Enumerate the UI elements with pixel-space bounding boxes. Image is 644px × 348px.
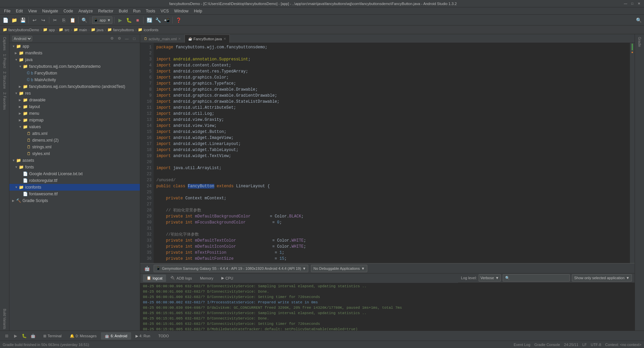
log-tab-logcat[interactable]: 📋 logcat	[143, 275, 166, 282]
menu-analyze[interactable]: Analyze	[76, 8, 96, 14]
tree-item-java[interactable]: ▼ 📁 java	[9, 56, 140, 63]
sidebar-expand-btn[interactable]: □	[131, 36, 137, 42]
menu-navigate[interactable]: Navigate	[40, 8, 61, 14]
show-only-btn[interactable]: Show only selected application ▼	[572, 274, 632, 282]
tree-item-layout[interactable]: ▶ 📁 layout	[9, 103, 140, 110]
menu-refactor[interactable]: Refactor	[96, 8, 116, 14]
tree-item-fonts[interactable]: ▼ 📁 fonts	[9, 164, 140, 170]
sidebar-sync-btn[interactable]: ⚙	[109, 36, 115, 42]
tree-item-fancybutton[interactable]: © b FancyButton	[9, 70, 140, 77]
toolbar-undo-btn[interactable]: ↩	[31, 16, 39, 24]
tree-item-pkg-main[interactable]: ▼ 📁 fancybuttons.wjj.com.fancybuttonsdem…	[9, 63, 140, 70]
tree-item-assets[interactable]: ▼ 📁 assets	[9, 157, 140, 164]
right-icon-gradle[interactable]: Gradle	[637, 36, 642, 48]
bottom-tab-todo[interactable]: TODO	[155, 332, 173, 340]
tree-item-roboto[interactable]: 📄 robotoregular.ttf	[9, 177, 140, 184]
tree-item-mainactivity[interactable]: © b MainActivity	[9, 77, 140, 83]
close-button[interactable]: ✕	[637, 1, 641, 6]
nav-java[interactable]: 📁 java	[91, 28, 103, 32]
log-tab-memory[interactable]: Memory	[196, 275, 217, 282]
toolbar-redo-btn[interactable]: ↪	[39, 16, 47, 24]
toolbar-run-btn[interactable]: ▶	[116, 16, 124, 24]
toolbar-gradle-sync-btn[interactable]: 🔄	[145, 16, 153, 24]
tree-item-manifests[interactable]: ▶ 📁 manifests	[9, 50, 140, 56]
menu-run[interactable]: Run	[130, 8, 143, 14]
tab-activity-main-close[interactable]: ✕	[178, 37, 181, 41]
sidebar-collapse-btn[interactable]: —	[124, 36, 130, 42]
left-icon-favorites[interactable]: 2: Favorites	[2, 91, 7, 111]
toolbar-open-btn[interactable]: 📁	[10, 16, 18, 24]
tree-item-fontawesome[interactable]: 📄 fontawesome.ttf	[9, 191, 140, 197]
tree-item-strings[interactable]: 🗒 strings.xml	[9, 144, 140, 150]
menu-build[interactable]: Build	[116, 8, 130, 14]
tree-item-mipmap[interactable]: ▶ 📁 mipmap	[9, 117, 140, 123]
tab-fancybutton[interactable]: ☕ FancyButton.java ✕	[184, 35, 230, 43]
tree-item-menu[interactable]: ▶ 📁 menu	[9, 110, 140, 117]
log-tab-adb[interactable]: 🔌 ADB logs	[167, 275, 196, 282]
left-icon-build-variants[interactable]: Build Variants	[2, 307, 7, 331]
tree-item-dimens[interactable]: 🗒 dimens.xml (2)	[9, 137, 140, 144]
nav-main[interactable]: 📁 main	[73, 28, 87, 32]
toolbar-save-btn[interactable]: 💾	[19, 16, 27, 24]
toolbar-find-action-btn[interactable]: 🔍	[635, 16, 643, 24]
menu-help[interactable]: Help	[191, 8, 205, 14]
toolbar-app-dropdown[interactable]: 📱 app ▼	[92, 16, 112, 24]
sidebar-gear-btn[interactable]: ⚙	[116, 36, 122, 42]
bottom-tab-android[interactable]: 🤖 6: Android	[101, 332, 131, 340]
bottom-tab-run[interactable]: ▶ 4: Run	[132, 332, 154, 340]
left-icon-project[interactable]: 1: Project	[2, 53, 7, 69]
tree-item-styles[interactable]: 🗒 styles.xml	[9, 150, 140, 157]
tree-item-iconfonts[interactable]: ▼ 📁 iconfonts	[9, 184, 140, 191]
tab-fancybutton-close[interactable]: ✕	[223, 37, 226, 41]
code-content[interactable]: package fancybuttons.wjj.com.fancybutton…	[154, 43, 630, 263]
code-editor[interactable]: 12345 678910 1112131415 1617181920 21222…	[140, 43, 635, 263]
tree-item-drawable[interactable]: ▶ 📁 drawable	[9, 97, 140, 103]
toolbar-debug-btn[interactable]: 🐛	[125, 16, 133, 24]
bottom-tab-messages[interactable]: 🔔 0: Messages	[66, 332, 100, 340]
nav-src[interactable]: 📁 src	[59, 28, 69, 32]
menu-vcs[interactable]: VCS	[158, 8, 172, 14]
log-tab-cpu[interactable]: ▶ CPU	[218, 275, 237, 282]
debug-selector[interactable]: No Debuggable Applications ▼	[311, 265, 367, 272]
nav-app[interactable]: 📁 app	[43, 28, 55, 32]
log-search-box[interactable]	[503, 274, 570, 282]
tree-item-app[interactable]: ▼ 📁 app	[9, 43, 140, 50]
nav-fancybuttons[interactable]: 📁 fancybuttons	[107, 28, 134, 32]
android-view-select[interactable]: Android	[12, 36, 32, 41]
android-icon-btn[interactable]: 🤖	[143, 264, 151, 272]
tree-item-gradle[interactable]: ▶ 🔨 Gradle Scripts	[9, 197, 140, 204]
bottom-icon-terminal[interactable]: ⊞	[3, 332, 11, 340]
menu-code[interactable]: Code	[61, 8, 76, 14]
nav-iconfonts[interactable]: 📁 iconfonts	[138, 28, 158, 32]
menu-edit[interactable]: Edit	[13, 8, 25, 14]
minimize-button[interactable]: —	[623, 1, 628, 6]
toolbar-stop-btn[interactable]: ■	[133, 16, 142, 24]
bottom-icon-run[interactable]: ▶	[11, 332, 19, 340]
bottom-icon-debug[interactable]: 🐛	[20, 332, 28, 340]
tab-activity-main[interactable]: 🗒 activity_main.xml ✕	[140, 35, 184, 43]
toolbar-help-btn[interactable]: ❓	[174, 16, 182, 24]
toolbar-sdk-btn[interactable]: 🔧	[154, 16, 162, 24]
menu-tools[interactable]: Tools	[143, 8, 158, 14]
tree-item-pkg-test[interactable]: ▶ 📁 fancybuttons.wjj.com.fancybuttonsdem…	[9, 83, 140, 90]
tree-item-values[interactable]: ▼ 📁 values	[9, 123, 140, 130]
log-search-input[interactable]	[505, 276, 568, 280]
bottom-tab-terminal[interactable]: ⊞ Terminal	[40, 332, 65, 340]
toolbar-copy-btn[interactable]: ⎘	[60, 16, 68, 24]
tree-item-attrs[interactable]: 🗒 attrs.xml	[9, 130, 140, 137]
device-selector[interactable]: 📱 Genymotion Samsung Galaxy S5 - 4.4.4 -…	[154, 265, 308, 272]
toolbar-cut-btn[interactable]: ✂	[51, 16, 59, 24]
toolbar-paste-btn[interactable]: 📋	[68, 16, 76, 24]
menu-window[interactable]: Window	[171, 8, 191, 14]
log-level-select[interactable]: Verbose ▼	[479, 274, 500, 282]
menu-file[interactable]: File	[1, 8, 13, 14]
bottom-icon-android[interactable]: 🤖	[29, 332, 37, 340]
toolbar-search-btn[interactable]: 🔍	[80, 16, 88, 24]
status-gradle-console[interactable]: Gradle Console	[534, 343, 560, 347]
left-icon-captures[interactable]: Captures	[2, 36, 7, 52]
log-content[interactable]: 08-25 06:00:00.996 632-682/? D/Connectiv…	[140, 283, 635, 331]
status-event-log[interactable]: Event Log	[514, 343, 531, 347]
maximize-button[interactable]: □	[630, 1, 635, 6]
tree-item-res[interactable]: ▼ 📁 res	[9, 90, 140, 97]
toolbar-new-btn[interactable]: 📄	[1, 16, 9, 24]
